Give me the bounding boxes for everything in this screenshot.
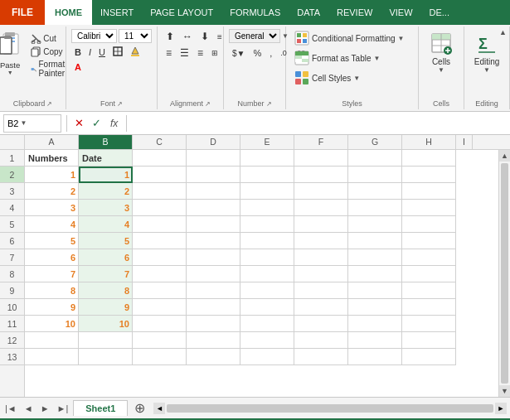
scroll-down-button[interactable]: ▼: [499, 385, 510, 397]
cell-g13[interactable]: [348, 349, 402, 365]
col-header-a[interactable]: A: [25, 135, 79, 149]
cell-e3[interactable]: [240, 183, 294, 200]
cell-g11[interactable]: [348, 316, 402, 332]
cell-c6[interactable]: [133, 233, 187, 249]
cell-f11[interactable]: [294, 316, 348, 332]
clipboard-launcher[interactable]: ↗: [46, 100, 52, 108]
sheet-first-button[interactable]: |◄: [2, 402, 20, 415]
cell-g3[interactable]: [348, 183, 402, 200]
cell-f1[interactable]: [294, 150, 348, 167]
cell-c3[interactable]: [133, 183, 187, 200]
sheet-prev-button[interactable]: ◄: [21, 402, 36, 415]
scroll-thumb[interactable]: [501, 163, 508, 384]
cell-f2[interactable]: [294, 167, 348, 183]
tab-view[interactable]: VIEW: [381, 0, 420, 25]
confirm-formula-button[interactable]: ✓: [90, 116, 104, 130]
cell-a11[interactable]: 10: [25, 316, 79, 332]
fill-color-button[interactable]: [127, 45, 143, 60]
cell-b5[interactable]: 4: [79, 216, 133, 233]
underline-button[interactable]: U: [95, 45, 109, 60]
cell-g6[interactable]: [348, 233, 402, 249]
vertical-scrollbar[interactable]: ▲ ▼: [498, 150, 510, 397]
cell-d1[interactable]: [187, 150, 240, 167]
cell-a13[interactable]: [25, 349, 79, 365]
cell-f10[interactable]: [294, 299, 348, 316]
cell-c1[interactable]: [133, 150, 187, 167]
scroll-up-button[interactable]: ▲: [499, 150, 510, 162]
conditional-formatting-button[interactable]: Conditional Formatting ▼: [291, 29, 408, 47]
cell-c12[interactable]: [133, 332, 187, 349]
cell-h2[interactable]: [402, 167, 456, 183]
align-center-button[interactable]: ☰: [177, 46, 192, 60]
cell-a10[interactable]: 9: [25, 299, 79, 316]
cell-h13[interactable]: [402, 349, 456, 365]
percent-button[interactable]: %: [250, 46, 265, 60]
tab-review[interactable]: REVIEW: [328, 0, 381, 25]
scroll-left-button[interactable]: ◄: [153, 403, 165, 414]
cell-e13[interactable]: [240, 349, 294, 365]
cell-a9[interactable]: 8: [25, 282, 79, 299]
cell-b11[interactable]: 10: [79, 316, 133, 332]
ribbon-collapse-button[interactable]: ▲: [498, 27, 508, 38]
number-launcher[interactable]: ↗: [266, 100, 272, 108]
copy-button[interactable]: Copy: [28, 46, 72, 58]
cell-h11[interactable]: [402, 316, 456, 332]
cell-e4[interactable]: [240, 200, 294, 216]
cell-c2[interactable]: [133, 167, 187, 183]
cell-a12[interactable]: [25, 332, 79, 349]
cell-d4[interactable]: [187, 200, 240, 216]
cell-e9[interactable]: [240, 282, 294, 299]
cell-g4[interactable]: [348, 200, 402, 216]
tab-insert[interactable]: INSERT: [92, 0, 142, 25]
name-box[interactable]: B2 ▼: [3, 114, 61, 133]
cell-f8[interactable]: [294, 266, 348, 282]
cell-h6[interactable]: [402, 233, 456, 249]
italic-button[interactable]: I: [85, 45, 95, 60]
cell-b9[interactable]: 8: [79, 282, 133, 299]
cell-a2[interactable]: 1: [25, 167, 79, 183]
cell-h1[interactable]: [402, 150, 456, 167]
col-header-h[interactable]: H: [402, 135, 456, 149]
align-bottom-button[interactable]: ⬇: [197, 29, 212, 44]
cell-e8[interactable]: [240, 266, 294, 282]
cell-g12[interactable]: [348, 332, 402, 349]
cell-d2[interactable]: [187, 167, 240, 183]
cell-c8[interactable]: [133, 266, 187, 282]
sheet-next-button[interactable]: ►: [37, 402, 53, 415]
cell-f6[interactable]: [294, 233, 348, 249]
cell-h12[interactable]: [402, 332, 456, 349]
tab-file[interactable]: FILE: [0, 0, 45, 25]
cell-f12[interactable]: [294, 332, 348, 349]
cell-f4[interactable]: [294, 200, 348, 216]
cell-c4[interactable]: [133, 200, 187, 216]
align-right-button[interactable]: ≡: [194, 46, 206, 60]
cell-d13[interactable]: [187, 349, 240, 365]
cancel-formula-button[interactable]: ✕: [72, 116, 86, 130]
cell-e6[interactable]: [240, 233, 294, 249]
cell-f5[interactable]: [294, 216, 348, 233]
cell-b6[interactable]: 5: [79, 233, 133, 249]
font-size-select[interactable]: 11: [119, 29, 152, 43]
border-button[interactable]: [109, 45, 126, 60]
h-scroll-thumb[interactable]: [167, 404, 493, 413]
cell-d9[interactable]: [187, 282, 240, 299]
align-left-button[interactable]: ≡: [163, 46, 175, 60]
cell-b2[interactable]: 1: [79, 167, 133, 183]
cell-a6[interactable]: 5: [25, 233, 79, 249]
cell-c10[interactable]: [133, 299, 187, 316]
align-middle-button[interactable]: ↔: [179, 29, 196, 44]
name-box-arrow[interactable]: ▼: [20, 119, 27, 127]
horizontal-scrollbar[interactable]: ◄ ►: [153, 403, 507, 414]
align-top-button[interactable]: ⬆: [163, 29, 177, 44]
cell-d6[interactable]: [187, 233, 240, 249]
font-name-select[interactable]: Calibri: [71, 29, 117, 43]
cell-b13[interactable]: [79, 349, 133, 365]
cell-h4[interactable]: [402, 200, 456, 216]
font-launcher[interactable]: ↗: [117, 100, 123, 108]
cell-d3[interactable]: [187, 183, 240, 200]
cell-h3[interactable]: [402, 183, 456, 200]
cell-a4[interactable]: 3: [25, 200, 79, 216]
cell-g8[interactable]: [348, 266, 402, 282]
cells-button[interactable]: Cells ▼: [425, 29, 458, 77]
cell-e12[interactable]: [240, 332, 294, 349]
